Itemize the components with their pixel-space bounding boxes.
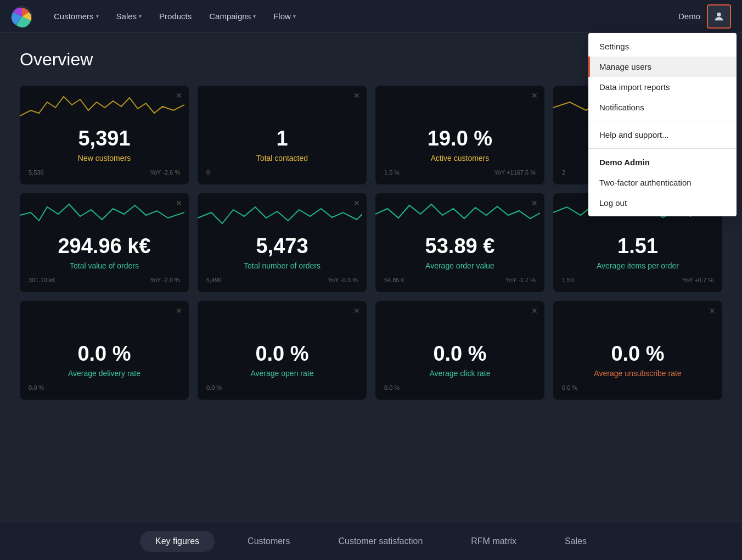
avg-delivery-value: 0.0 % xyxy=(29,343,180,366)
user-dropdown-menu: Settings Manage users Data import report… xyxy=(588,33,737,216)
avg-unsub-label: Average unsubscribe rate xyxy=(562,369,713,378)
active-customers-label: Active customers xyxy=(384,154,536,163)
card-total-contacted: ✕ 1 Total contacted 0 xyxy=(198,86,367,184)
card-total-value-orders: ✕ 294.96 k€ Total value of orders 301.10… xyxy=(20,193,189,292)
dropdown-divider-1 xyxy=(588,121,737,121)
dropdown-manage-users[interactable]: Manage users xyxy=(588,57,737,77)
total-value-orders-footer: 301.10 k€ YoY -2.0 % xyxy=(29,277,180,283)
active-customers-footer: 1.5 % YoY +1167.5 % xyxy=(384,169,536,176)
svg-point-1 xyxy=(717,12,721,16)
avg-open-footer: 0.0 % xyxy=(206,384,358,391)
avg-items-footer: 1.50 YoY +0.7 % xyxy=(562,277,713,283)
card-avg-unsub: ✕ 0.0 % Average unsubscribe rate 0.0 % xyxy=(553,301,722,400)
page-title: Overview xyxy=(20,49,93,70)
dropdown-divider-2 xyxy=(588,148,737,149)
avg-click-value: 0.0 % xyxy=(384,343,536,366)
flow-chevron-icon: ▾ xyxy=(293,13,296,19)
avg-order-value-chart xyxy=(375,193,540,237)
tab-rfm-matrix[interactable]: RFM matrix xyxy=(456,531,532,552)
avg-delivery-footer: 0.0 % xyxy=(29,384,180,391)
new-customers-prev: 5,536 xyxy=(29,169,44,176)
tab-sales[interactable]: Sales xyxy=(549,531,602,552)
card-avg-delivery: ✕ 0.0 % Average delivery rate 0.0 % xyxy=(20,301,189,400)
dropdown-help[interactable]: Help and support... xyxy=(588,125,737,145)
avg-unsub-footer: 0.0 % xyxy=(562,384,713,391)
user-avatar-button[interactable] xyxy=(707,4,731,29)
customers-chevron-icon: ▾ xyxy=(96,13,99,19)
dropdown-demo-admin: Demo Admin xyxy=(588,152,737,172)
new-customers-yoy: YoY -2.6 % xyxy=(150,169,180,176)
avg-order-value-value: 53.89 € xyxy=(384,235,536,258)
card-close-10[interactable]: ✕ xyxy=(353,306,360,315)
card-close-5[interactable]: ✕ xyxy=(176,199,182,208)
nav-customers[interactable]: Customers ▾ xyxy=(46,7,106,25)
card-avg-open: ✕ 0.0 % Average open rate 0.0 % xyxy=(198,301,367,400)
card-new-customers: ✕ 5,391 New customers 5,536 YoY -2.6 % xyxy=(20,86,189,184)
total-num-orders-chart xyxy=(198,193,362,237)
active-customers-prev: 1.5 % xyxy=(384,169,400,176)
avg-order-value-footer: 54.85 € YoY -1.7 % xyxy=(384,277,536,283)
avg-click-label: Average click rate xyxy=(384,369,536,378)
avg-open-value: 0.0 % xyxy=(206,343,358,366)
bottom-tabs: Key figures Customers Customer satisfact… xyxy=(0,522,742,560)
nav-campaigns[interactable]: Campaigns ▾ xyxy=(201,7,263,25)
sales-chevron-icon: ▾ xyxy=(139,13,142,19)
card-close-3[interactable]: ✕ xyxy=(531,91,538,100)
card-close-6[interactable]: ✕ xyxy=(353,199,360,208)
total-num-orders-label: Total number of orders xyxy=(206,261,358,270)
navbar: Customers ▾ Sales ▾ Products Campaigns ▾… xyxy=(0,0,742,33)
total-contacted-footer: 0 xyxy=(206,169,358,176)
cards-row-3: ✕ 0.0 % Average delivery rate 0.0 % ✕ 0.… xyxy=(20,301,722,400)
new-customers-label: New customers xyxy=(29,154,180,163)
nav-sales[interactable]: Sales ▾ xyxy=(109,7,150,25)
nav-flow[interactable]: Flow ▾ xyxy=(266,7,303,25)
card-close-2[interactable]: ✕ xyxy=(353,91,360,100)
active-customers-value: 19.0 % xyxy=(384,127,536,150)
total-contacted-value: 1 xyxy=(206,127,358,150)
tab-key-figures[interactable]: Key figures xyxy=(140,531,215,552)
dropdown-notifications[interactable]: Notifications xyxy=(588,97,737,117)
avg-unsub-value: 0.0 % xyxy=(562,343,713,366)
card-close-12[interactable]: ✕ xyxy=(709,306,716,315)
total-contacted-prev: 0 xyxy=(206,169,210,176)
total-contacted-label: Total contacted xyxy=(206,154,358,163)
app-logo[interactable] xyxy=(11,5,33,27)
card-close-9[interactable]: ✕ xyxy=(176,306,182,315)
new-customers-chart xyxy=(20,86,184,130)
campaigns-chevron-icon: ▾ xyxy=(253,13,256,19)
card-total-num-orders: ✕ 5,473 Total number of orders 5,490 YoY… xyxy=(198,193,367,292)
nav-products[interactable]: Products xyxy=(151,7,199,25)
nav-right: Demo xyxy=(678,4,731,29)
avg-open-label: Average open rate xyxy=(206,369,358,378)
avg-click-footer: 0.0 % xyxy=(384,384,536,391)
avg-items-label: Average items per order xyxy=(562,261,713,270)
dropdown-settings[interactable]: Settings xyxy=(588,36,737,57)
dropdown-two-factor[interactable]: Two-factor authentication xyxy=(588,172,737,193)
total-value-orders-label: Total value of orders xyxy=(29,261,180,270)
avg-delivery-label: Average delivery rate xyxy=(29,369,180,378)
card-active-customers: ✕ 19.0 % Active customers 1.5 % YoY +116… xyxy=(375,86,544,184)
tab-customer-satisfaction[interactable]: Customer satisfaction xyxy=(323,531,438,552)
dropdown-data-import[interactable]: Data import reports xyxy=(588,77,737,97)
dropdown-logout[interactable]: Log out xyxy=(588,193,737,213)
new-customers-value: 5,391 xyxy=(29,127,180,150)
card-close-1[interactable]: ✕ xyxy=(176,91,182,100)
card-close-11[interactable]: ✕ xyxy=(531,306,538,315)
total-num-orders-footer: 5,490 YoY -0.3 % xyxy=(206,277,358,283)
avg-items-value: 1.51 xyxy=(562,235,713,258)
new-customers-footer: 5,536 YoY -2.6 % xyxy=(29,169,180,176)
card-avg-order-value: ✕ 53.89 € Average order value 54.85 € Yo… xyxy=(375,193,544,292)
total-value-chart xyxy=(20,193,184,237)
card-close-7[interactable]: ✕ xyxy=(531,199,538,208)
total-num-orders-value: 5,473 xyxy=(206,235,358,258)
active-customers-yoy: YoY +1167.5 % xyxy=(494,169,536,176)
avg-order-value-label: Average order value xyxy=(384,261,536,270)
card-avg-click: ✕ 0.0 % Average click rate 0.0 % xyxy=(375,301,544,400)
nav-items: Customers ▾ Sales ▾ Products Campaigns ▾… xyxy=(46,7,678,25)
total-value-orders-value: 294.96 k€ xyxy=(29,235,180,258)
user-demo-label: Demo xyxy=(678,12,700,21)
tab-customers[interactable]: Customers xyxy=(232,531,305,552)
